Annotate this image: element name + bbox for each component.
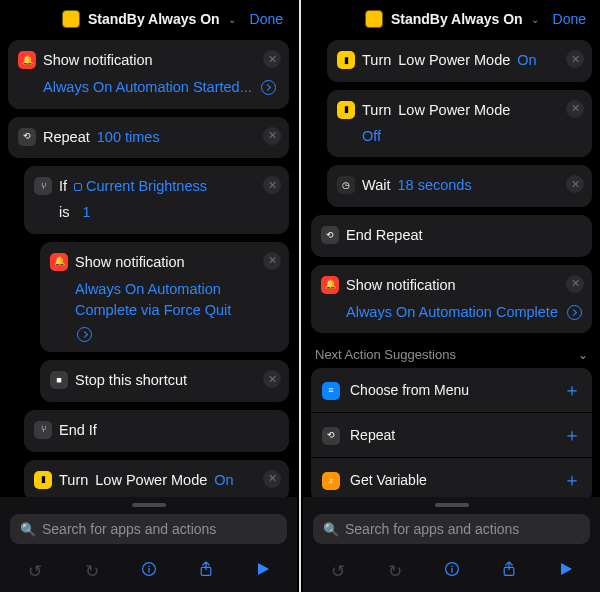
action-parameter[interactable]: Always On Automation Complete via Force … [75,279,279,323]
action-label: Stop this shortcut [75,370,187,392]
battery-icon: ▮ [34,471,52,489]
action-label: End Repeat [346,225,423,247]
action-parameter[interactable]: 100 times [97,127,160,149]
repeat-icon: ⟲ [321,226,339,244]
disclosure-icon[interactable] [77,327,92,342]
action-parameter[interactable]: On [214,470,233,492]
delete-action-icon[interactable]: ✕ [263,470,281,488]
disclosure-icon[interactable] [261,80,276,95]
undo-button[interactable]: ↺ [20,561,50,582]
bell-icon: 🔔 [50,253,68,271]
pane-divider [299,0,301,592]
battery-icon: ▮ [337,51,355,69]
branch-icon: ⑂ [34,177,52,195]
svg-rect-6 [451,568,452,573]
header-title-group[interactable]: StandBy Always On ⌄ [365,10,539,28]
info-button[interactable] [134,561,164,582]
share-button[interactable] [494,561,524,582]
action-low-power-mode[interactable]: ✕ ▮ Turn Low Power Mode On [24,460,289,502]
action-tail: is [59,202,69,224]
run-button[interactable] [248,561,278,582]
suggestion-repeat[interactable]: ⟲ Repeat ＋ [311,413,592,458]
header: StandBy Always On ⌄ Done [303,0,600,36]
action-parameter[interactable]: Always On Automation Started... [43,77,252,99]
redo-button[interactable]: ↻ [380,561,410,582]
bottom-sheet: 🔍 Search for apps and actions ↺ ↻ [303,497,600,592]
bell-icon: 🔔 [321,276,339,294]
undo-button[interactable]: ↺ [323,561,353,582]
action-parameter[interactable]: On [517,50,536,72]
action-show-notification[interactable]: ✕ 🔔 Show notification Always On Automati… [8,40,289,109]
right-pane: StandBy Always On ⌄ Done ✕ ▮ Turn Low Po… [303,0,600,592]
action-parameter[interactable]: 1 [82,202,90,224]
action-wait[interactable]: ✕ ◷ Wait 18 seconds [327,165,592,207]
repeat-icon: ⟲ [18,128,36,146]
bell-icon: 🔔 [18,51,36,69]
suggestion-choose-from-menu[interactable]: ≡ Choose from Menu ＋ [311,368,592,413]
action-end-if[interactable]: ⑂ End If [24,410,289,452]
done-button[interactable]: Done [250,11,283,27]
variable-pill[interactable]: Current Brightness [74,176,207,198]
delete-action-icon[interactable]: ✕ [263,50,281,68]
delete-action-icon[interactable]: ✕ [263,370,281,388]
redo-button[interactable]: ↻ [77,561,107,582]
shortcut-emblem-icon [365,10,383,28]
action-label: Show notification [75,252,185,274]
grabber-icon[interactable] [132,503,166,507]
action-label: Turn [362,50,391,72]
run-button[interactable] [551,561,581,582]
action-parameter[interactable]: 18 seconds [397,175,471,197]
add-suggestion-button[interactable]: ＋ [563,378,581,402]
add-suggestion-button[interactable]: ＋ [563,468,581,492]
shortcut-title: StandBy Always On [88,11,220,27]
action-parameter[interactable]: Always On Automation Complete [346,302,558,324]
shortcut-title: StandBy Always On [391,11,523,27]
delete-action-icon[interactable]: ✕ [263,252,281,270]
suggestions-list: ≡ Choose from Menu ＋ ⟲ Repeat ＋ 𝑥 Get Va… [311,368,592,502]
add-suggestion-button[interactable]: ＋ [563,423,581,447]
search-input[interactable]: 🔍 Search for apps and actions [10,514,287,544]
variable-pill-label: Current Brightness [86,176,207,198]
suggestion-label: Repeat [350,427,553,443]
disclosure-icon[interactable] [567,305,582,320]
action-if[interactable]: ✕ ⑂ If Current Brightness is 1 [24,166,289,234]
action-label: Show notification [346,275,456,297]
variable-icon: 𝑥 [322,472,340,490]
action-label: Wait [362,175,390,197]
info-button[interactable] [437,561,467,582]
header-title-group[interactable]: StandBy Always On ⌄ [62,10,236,28]
stop-icon: ■ [50,371,68,389]
delete-action-icon[interactable]: ✕ [566,275,584,293]
done-button[interactable]: Done [553,11,586,27]
chevron-down-icon: ⌄ [578,348,588,362]
action-object: Low Power Mode [95,470,207,492]
action-label: Repeat [43,127,90,149]
bottom-sheet: 🔍 Search for apps and actions ↺ ↻ [0,497,297,592]
action-show-notification[interactable]: ✕ 🔔 Show notification Always On Automati… [40,242,289,352]
left-pane: StandBy Always On ⌄ Done ✕ 🔔 Show notifi… [0,0,297,592]
action-parameter[interactable]: Off [362,126,381,148]
chevron-down-icon: ⌄ [228,14,236,25]
search-placeholder: Search for apps and actions [345,521,519,537]
suggestion-label: Choose from Menu [350,382,553,398]
suggestions-header[interactable]: Next Action Suggestions ⌄ [311,341,592,368]
share-button[interactable] [191,561,221,582]
toolbar: ↺ ↻ [0,553,297,592]
action-end-repeat[interactable]: ⟲ End Repeat [311,215,592,257]
svg-point-5 [451,565,453,567]
delete-action-icon[interactable]: ✕ [263,127,281,145]
suggestions-title: Next Action Suggestions [315,347,456,362]
shortcut-emblem-icon [62,10,80,28]
suggestion-label: Get Variable [350,472,553,488]
action-stop-shortcut[interactable]: ✕ ■ Stop this shortcut [40,360,289,402]
search-input[interactable]: 🔍 Search for apps and actions [313,514,590,544]
delete-action-icon[interactable]: ✕ [566,100,584,118]
grabber-icon[interactable] [435,503,469,507]
action-low-power-mode[interactable]: ✕ ▮ Turn Low Power Mode On [327,40,592,82]
action-low-power-mode[interactable]: ✕ ▮ Turn Low Power Mode Off [327,90,592,158]
delete-action-icon[interactable]: ✕ [566,50,584,68]
action-show-notification[interactable]: ✕ 🔔 Show notification Always On Automati… [311,265,592,334]
suggestion-get-variable[interactable]: 𝑥 Get Variable ＋ [311,458,592,502]
action-object: Low Power Mode [398,100,510,122]
action-repeat[interactable]: ✕ ⟲ Repeat 100 times [8,117,289,159]
